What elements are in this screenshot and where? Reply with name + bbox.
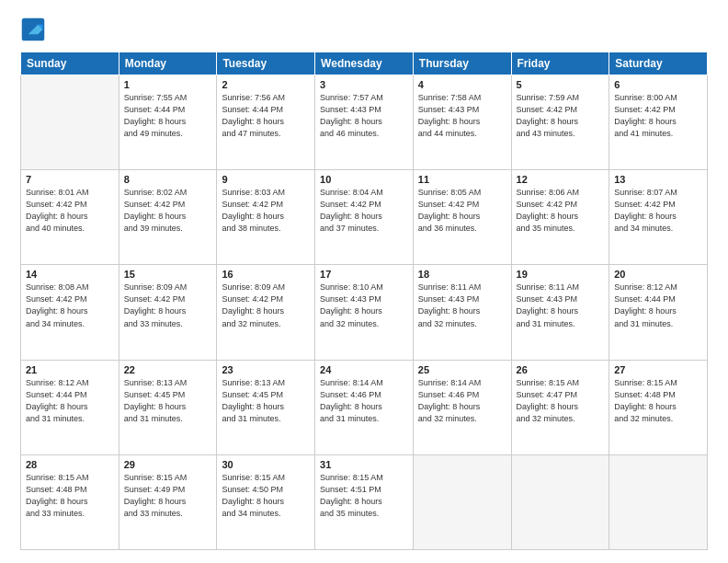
day-info: Sunrise: 8:11 AM Sunset: 4:43 PM Dayligh… [517, 282, 605, 329]
calendar-week-1: 1Sunrise: 7:55 AM Sunset: 4:44 PM Daylig… [21, 75, 708, 170]
day-info: Sunrise: 8:07 AM Sunset: 4:42 PM Dayligh… [614, 187, 702, 235]
calendar-cell: 5Sunrise: 7:59 AM Sunset: 4:42 PM Daylig… [511, 75, 609, 170]
day-number: 14 [26, 269, 114, 280]
day-number: 9 [222, 174, 310, 185]
day-info: Sunrise: 8:15 AM Sunset: 4:48 PM Dayligh… [26, 472, 114, 520]
day-number: 29 [124, 459, 212, 470]
calendar-table: SundayMondayTuesdayWednesdayThursdayFrid… [20, 52, 708, 550]
day-number: 17 [320, 269, 408, 280]
day-number: 5 [517, 79, 605, 90]
calendar-cell [21, 75, 119, 170]
calendar-cell: 22Sunrise: 8:13 AM Sunset: 4:45 PM Dayli… [119, 360, 217, 454]
day-number: 20 [614, 269, 702, 280]
day-number: 8 [124, 174, 212, 185]
header [20, 17, 708, 42]
logo-icon [20, 17, 46, 42]
day-info: Sunrise: 8:01 AM Sunset: 4:42 PM Dayligh… [26, 187, 114, 235]
page: SundayMondayTuesdayWednesdayThursdayFrid… [0, 0, 728, 563]
day-number: 26 [517, 364, 605, 375]
weekday-header-sunday: Sunday [21, 52, 119, 75]
calendar-cell: 7Sunrise: 8:01 AM Sunset: 4:42 PM Daylig… [21, 170, 119, 265]
calendar-cell: 10Sunrise: 8:04 AM Sunset: 4:42 PM Dayli… [315, 170, 414, 265]
day-info: Sunrise: 7:55 AM Sunset: 4:44 PM Dayligh… [124, 92, 212, 140]
day-number: 1 [124, 79, 212, 90]
day-number: 16 [222, 269, 310, 280]
weekday-header-wednesday: Wednesday [315, 52, 414, 75]
calendar-cell: 18Sunrise: 8:11 AM Sunset: 4:43 PM Dayli… [413, 265, 511, 360]
day-info: Sunrise: 8:12 AM Sunset: 4:44 PM Dayligh… [614, 282, 702, 329]
calendar-cell: 21Sunrise: 8:12 AM Sunset: 4:44 PM Dayli… [21, 360, 119, 454]
day-info: Sunrise: 7:58 AM Sunset: 4:43 PM Dayligh… [418, 92, 506, 140]
day-info: Sunrise: 7:57 AM Sunset: 4:43 PM Dayligh… [320, 92, 408, 140]
day-info: Sunrise: 8:03 AM Sunset: 4:42 PM Dayligh… [222, 187, 310, 235]
day-number: 18 [418, 269, 506, 280]
day-info: Sunrise: 8:00 AM Sunset: 4:42 PM Dayligh… [614, 92, 702, 140]
day-number: 3 [320, 79, 408, 90]
calendar-cell: 30Sunrise: 8:15 AM Sunset: 4:50 PM Dayli… [217, 454, 315, 549]
calendar-cell: 17Sunrise: 8:10 AM Sunset: 4:43 PM Dayli… [315, 265, 414, 360]
day-number: 4 [418, 79, 506, 90]
day-info: Sunrise: 8:13 AM Sunset: 4:45 PM Dayligh… [222, 377, 310, 425]
day-number: 31 [320, 459, 408, 470]
calendar-cell: 16Sunrise: 8:09 AM Sunset: 4:42 PM Dayli… [217, 265, 315, 360]
day-number: 23 [222, 364, 310, 375]
calendar-cell: 15Sunrise: 8:09 AM Sunset: 4:42 PM Dayli… [119, 265, 217, 360]
day-info: Sunrise: 8:10 AM Sunset: 4:43 PM Dayligh… [320, 282, 408, 329]
day-number: 19 [517, 269, 605, 280]
day-info: Sunrise: 8:15 AM Sunset: 4:51 PM Dayligh… [320, 472, 408, 520]
day-info: Sunrise: 7:56 AM Sunset: 4:44 PM Dayligh… [222, 92, 310, 140]
calendar-cell [609, 454, 708, 549]
day-info: Sunrise: 7:59 AM Sunset: 4:42 PM Dayligh… [517, 92, 605, 140]
day-number: 24 [320, 364, 408, 375]
weekday-header-tuesday: Tuesday [217, 52, 315, 75]
day-number: 30 [222, 459, 310, 470]
day-number: 27 [614, 364, 702, 375]
day-number: 25 [418, 364, 506, 375]
calendar-cell: 8Sunrise: 8:02 AM Sunset: 4:42 PM Daylig… [119, 170, 217, 265]
calendar-cell: 12Sunrise: 8:06 AM Sunset: 4:42 PM Dayli… [511, 170, 609, 265]
day-info: Sunrise: 8:02 AM Sunset: 4:42 PM Dayligh… [124, 187, 212, 235]
calendar-week-3: 14Sunrise: 8:08 AM Sunset: 4:42 PM Dayli… [21, 265, 708, 360]
calendar-cell: 2Sunrise: 7:56 AM Sunset: 4:44 PM Daylig… [217, 75, 315, 170]
calendar-cell: 11Sunrise: 8:05 AM Sunset: 4:42 PM Dayli… [413, 170, 511, 265]
day-number: 22 [124, 364, 212, 375]
weekday-header-friday: Friday [511, 52, 609, 75]
day-info: Sunrise: 8:15 AM Sunset: 4:48 PM Dayligh… [614, 377, 702, 425]
day-number: 21 [26, 364, 114, 375]
weekday-header-thursday: Thursday [413, 52, 511, 75]
day-info: Sunrise: 8:11 AM Sunset: 4:43 PM Dayligh… [418, 282, 506, 329]
day-info: Sunrise: 8:14 AM Sunset: 4:46 PM Dayligh… [320, 377, 408, 425]
calendar-cell: 9Sunrise: 8:03 AM Sunset: 4:42 PM Daylig… [217, 170, 315, 265]
day-number: 12 [517, 174, 605, 185]
day-number: 7 [26, 174, 114, 185]
calendar-cell: 4Sunrise: 7:58 AM Sunset: 4:43 PM Daylig… [413, 75, 511, 170]
day-number: 10 [320, 174, 408, 185]
day-info: Sunrise: 8:08 AM Sunset: 4:42 PM Dayligh… [26, 282, 114, 329]
calendar-cell: 23Sunrise: 8:13 AM Sunset: 4:45 PM Dayli… [217, 360, 315, 454]
calendar-cell: 26Sunrise: 8:15 AM Sunset: 4:47 PM Dayli… [511, 360, 609, 454]
calendar-cell: 25Sunrise: 8:14 AM Sunset: 4:46 PM Dayli… [413, 360, 511, 454]
calendar-cell: 28Sunrise: 8:15 AM Sunset: 4:48 PM Dayli… [21, 454, 119, 549]
calendar-week-2: 7Sunrise: 8:01 AM Sunset: 4:42 PM Daylig… [21, 170, 708, 265]
day-number: 28 [26, 459, 114, 470]
calendar-cell: 29Sunrise: 8:15 AM Sunset: 4:49 PM Dayli… [119, 454, 217, 549]
calendar-week-4: 21Sunrise: 8:12 AM Sunset: 4:44 PM Dayli… [21, 360, 708, 454]
day-info: Sunrise: 8:12 AM Sunset: 4:44 PM Dayligh… [26, 377, 114, 425]
day-info: Sunrise: 8:09 AM Sunset: 4:42 PM Dayligh… [124, 282, 212, 329]
calendar-cell: 24Sunrise: 8:14 AM Sunset: 4:46 PM Dayli… [315, 360, 414, 454]
day-info: Sunrise: 8:06 AM Sunset: 4:42 PM Dayligh… [517, 187, 605, 235]
day-number: 2 [222, 79, 310, 90]
calendar-cell: 20Sunrise: 8:12 AM Sunset: 4:44 PM Dayli… [609, 265, 708, 360]
calendar-week-5: 28Sunrise: 8:15 AM Sunset: 4:48 PM Dayli… [21, 454, 708, 549]
day-info: Sunrise: 8:05 AM Sunset: 4:42 PM Dayligh… [418, 187, 506, 235]
calendar-cell: 14Sunrise: 8:08 AM Sunset: 4:42 PM Dayli… [21, 265, 119, 360]
day-info: Sunrise: 8:15 AM Sunset: 4:47 PM Dayligh… [517, 377, 605, 425]
calendar-cell: 19Sunrise: 8:11 AM Sunset: 4:43 PM Dayli… [511, 265, 609, 360]
weekday-header-monday: Monday [119, 52, 217, 75]
calendar-cell: 3Sunrise: 7:57 AM Sunset: 4:43 PM Daylig… [315, 75, 414, 170]
calendar-cell: 31Sunrise: 8:15 AM Sunset: 4:51 PM Dayli… [315, 454, 414, 549]
logo [20, 17, 50, 42]
day-info: Sunrise: 8:09 AM Sunset: 4:42 PM Dayligh… [222, 282, 310, 329]
weekday-header-saturday: Saturday [609, 52, 708, 75]
day-info: Sunrise: 8:15 AM Sunset: 4:50 PM Dayligh… [222, 472, 310, 520]
